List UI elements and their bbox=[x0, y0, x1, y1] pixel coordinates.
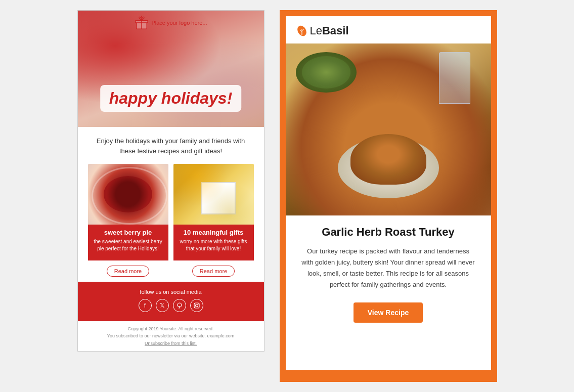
berry-pie-read-more-button[interactable]: Read more bbox=[107, 266, 149, 277]
basil-leaf-icon bbox=[296, 25, 308, 37]
social-footer: follow us on social media f 𝕏 bbox=[78, 282, 264, 321]
turkey-hero-image bbox=[286, 43, 491, 215]
basil-text: Basil bbox=[322, 24, 349, 37]
left-email-body: Enjoy the holidays with your family and … bbox=[78, 127, 264, 282]
le-basil-text: LeBasil bbox=[310, 24, 349, 37]
svg-point-10 bbox=[195, 304, 198, 307]
cards-row: sweet berry pie the sweetest and easiest… bbox=[88, 164, 254, 282]
gifts-read-more-button[interactable]: Read more bbox=[192, 266, 235, 277]
berry-pie-desc: the sweetest and easiest berry pie perfe… bbox=[93, 238, 163, 252]
right-header: LeBasil bbox=[286, 16, 491, 43]
view-recipe-button[interactable]: View Recipe bbox=[354, 302, 423, 323]
hero-title-box: happy holidays! bbox=[100, 85, 242, 112]
right-content: Garlic Herb Roast Turkey Our turkey reci… bbox=[286, 215, 491, 338]
recipe-description: Our turkey recipe is packed with flavour… bbox=[301, 246, 476, 290]
pinterest-icon[interactable] bbox=[173, 299, 186, 312]
gifts-card: 10 meaningful gifts worry no more with t… bbox=[173, 164, 254, 282]
svg-point-3 bbox=[141, 17, 142, 18]
gifts-title: 10 meaningful gifts bbox=[179, 229, 249, 236]
copyright-section: Copyright 2019 Yoursite. All right reser… bbox=[78, 321, 264, 351]
unsubscribe-link[interactable]: Unsubscribe from this list. bbox=[88, 340, 254, 347]
twitter-icon[interactable]: 𝕏 bbox=[156, 299, 169, 312]
newsletter-text: You subscribed to our newsletter via our… bbox=[88, 332, 254, 339]
berry-pie-read-more-wrapper: Read more bbox=[88, 260, 168, 282]
berry-pie-image bbox=[88, 164, 168, 225]
left-email-card: Place your logo here... happy holidays! … bbox=[77, 10, 264, 352]
berry-pie-title: sweet berry pie bbox=[93, 229, 163, 236]
gift-box-icon bbox=[134, 16, 148, 30]
salad-bowl-decor bbox=[296, 52, 357, 93]
hero-section: Place your logo here... happy holidays! bbox=[78, 11, 264, 127]
turkey-body-decor bbox=[350, 134, 426, 185]
berry-pie-content: sweet berry pie the sweetest and easiest… bbox=[88, 225, 168, 260]
gifts-image bbox=[173, 164, 254, 225]
gifts-read-more-wrapper: Read more bbox=[173, 260, 254, 282]
right-email-card: LeBasil Garlic Herb Roast Turkey Our tur… bbox=[280, 10, 497, 382]
right-email-inner: LeBasil Garlic Herb Roast Turkey Our tur… bbox=[286, 16, 491, 370]
logo-text: Place your logo here... bbox=[151, 20, 207, 26]
le-basil-logo: LeBasil bbox=[296, 24, 349, 37]
logo-area: Place your logo here... bbox=[134, 16, 207, 30]
svg-point-11 bbox=[198, 303, 199, 304]
social-icons-row: f 𝕏 bbox=[88, 299, 254, 312]
gifts-visual bbox=[173, 164, 254, 225]
gifts-desc: worry no more with these gifts that your… bbox=[179, 238, 249, 252]
berry-pie-visual bbox=[88, 164, 168, 225]
gifts-content: 10 meaningful gifts worry no more with t… bbox=[173, 225, 254, 260]
follow-label: follow us on social media bbox=[88, 289, 254, 295]
recipe-title: Garlic Herb Roast Turkey bbox=[301, 226, 476, 239]
facebook-icon[interactable]: f bbox=[139, 299, 152, 312]
svg-line-8 bbox=[179, 306, 180, 309]
instagram-icon[interactable] bbox=[190, 299, 203, 312]
le-text: Le bbox=[310, 24, 322, 37]
berry-pie-card: sweet berry pie the sweetest and easiest… bbox=[88, 164, 168, 282]
hero-title: happy holidays! bbox=[109, 89, 233, 108]
copyright-text: Copyright 2019 Yoursite. All right reser… bbox=[88, 325, 254, 332]
tagline: Enjoy the holidays with your family and … bbox=[88, 136, 254, 156]
